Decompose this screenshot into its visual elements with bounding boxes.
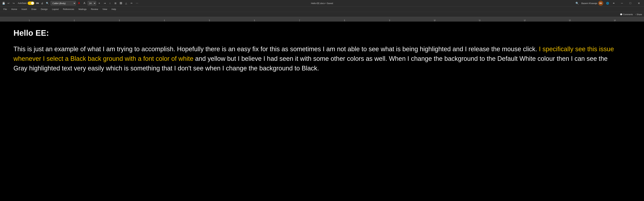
menu-home[interactable]: Home bbox=[9, 7, 19, 11]
print-icon[interactable]: 🖨 bbox=[40, 1, 44, 6]
title-bar-right: 🔍 Basem Khawaja BK 🌐 ✒ ─ □ ✕ bbox=[575, 1, 643, 6]
document-title: Hello-EE.docx • Saved bbox=[311, 2, 333, 5]
quick-access-toolbar: 💾 ↩ ↪ bbox=[1, 1, 16, 6]
comments-button[interactable]: 💬 Comments bbox=[620, 13, 633, 16]
document-area[interactable]: Hello EE: This is just an example of wha… bbox=[0, 22, 644, 201]
ruler-mark-13: 13 bbox=[547, 17, 592, 22]
paragraph-list-icon[interactable]: ≡ bbox=[97, 1, 102, 6]
autosave-state: ON bbox=[36, 2, 39, 4]
autosave-toggle-knob bbox=[31, 2, 34, 5]
title-bar-left: 💾 ↩ ↪ AutoSave ON 🖨 🔍 Calibri (Body) A A… bbox=[1, 1, 139, 6]
share-label: Share bbox=[636, 13, 642, 16]
ruler-mark-1: 1 bbox=[7, 17, 52, 22]
menu-mailings[interactable]: Mailings bbox=[76, 7, 89, 11]
minimize-button[interactable]: ─ bbox=[618, 1, 626, 6]
menu-file[interactable]: File bbox=[1, 7, 9, 11]
drawing-tools-icon[interactable]: ✏ bbox=[130, 1, 134, 6]
action-bar: 💬 Comments ↑ Share bbox=[0, 12, 644, 17]
user-name: Basem Khawaja bbox=[582, 2, 597, 5]
redo-icon[interactable]: ↪ bbox=[12, 1, 16, 6]
menu-layout[interactable]: Layout bbox=[50, 7, 60, 11]
ruler-mark-12: 12 bbox=[502, 17, 547, 22]
ruler-mark-2: 2 bbox=[52, 17, 97, 22]
indent-icon[interactable]: ⇥ bbox=[102, 1, 107, 6]
ruler-mark-5: 5 bbox=[187, 17, 232, 22]
ruler-mark-6: 6 bbox=[232, 17, 277, 22]
user-initials: BK bbox=[600, 2, 602, 4]
title-bar: 💾 ↩ ↪ AutoSave ON 🖨 🔍 Calibri (Body) A A… bbox=[0, 0, 644, 7]
comments-label: Comments bbox=[623, 13, 633, 16]
body-text-normal-1: This is just an example of what I am try… bbox=[14, 46, 539, 53]
user-avatar: BK bbox=[598, 1, 603, 6]
microsoft-store-icon[interactable]: 🌐 bbox=[605, 1, 610, 6]
ruler-mark-3: 3 bbox=[97, 17, 142, 22]
pen-icon[interactable]: ✒ bbox=[612, 1, 616, 6]
font-size-decrease-icon[interactable]: A bbox=[82, 1, 87, 6]
ruler: 1 2 3 4 5 6 7 8 9 10 11 12 13 14 bbox=[0, 17, 644, 22]
search-icon[interactable]: 🔍 bbox=[45, 1, 50, 6]
ruler-mark-9: 9 bbox=[367, 17, 412, 22]
comments-icon: 💬 bbox=[620, 13, 622, 16]
menu-view[interactable]: View bbox=[100, 7, 109, 11]
font-size-selector[interactable]: 24 bbox=[88, 1, 96, 6]
maximize-button[interactable]: □ bbox=[626, 1, 634, 6]
autosave-area: AutoSave ON bbox=[18, 2, 39, 5]
table-icon[interactable]: ⊞ bbox=[113, 1, 118, 6]
ruler-mark-8: 8 bbox=[322, 17, 367, 22]
menu-insert[interactable]: Insert bbox=[20, 7, 29, 11]
ruler-mark-7: 7 bbox=[277, 17, 322, 22]
spacing-icon[interactable]: ↕ bbox=[108, 1, 112, 6]
ruler-mark-14: 14 bbox=[592, 17, 638, 22]
undo-icon[interactable]: ↩ bbox=[6, 1, 11, 6]
autosave-label: AutoSave bbox=[18, 2, 26, 5]
ruler-mark-4: 4 bbox=[142, 17, 187, 22]
menu-help[interactable]: Help bbox=[110, 7, 118, 11]
user-area: Basem Khawaja BK bbox=[582, 1, 603, 6]
window-controls: ─ □ ✕ bbox=[618, 1, 643, 6]
menu-draw[interactable]: Draw bbox=[29, 7, 38, 11]
font-color-icon[interactable]: A bbox=[77, 1, 81, 6]
ruler-mark-10: 10 bbox=[412, 17, 457, 22]
share-button[interactable]: ↑ Share bbox=[635, 13, 642, 16]
more-icon[interactable]: ⋯ bbox=[135, 1, 139, 6]
shapes-icon[interactable]: △ bbox=[124, 1, 128, 6]
font-selector[interactable]: Calibri (Body) bbox=[51, 1, 76, 6]
autosave-toggle[interactable] bbox=[28, 2, 34, 5]
menu-review[interactable]: Review bbox=[89, 7, 100, 11]
close-button[interactable]: ✕ bbox=[635, 1, 643, 6]
ribbon-menu-bar: File Home Insert Draw Design Layout Refe… bbox=[0, 7, 644, 12]
ribbon-search-icon[interactable]: 🔍 bbox=[575, 1, 579, 6]
document-body[interactable]: This is just an example of what I am try… bbox=[14, 44, 620, 73]
save-icon[interactable]: 💾 bbox=[1, 1, 6, 6]
ruler-marks: 1 2 3 4 5 6 7 8 9 10 11 12 13 14 bbox=[7, 17, 637, 22]
menu-references[interactable]: References bbox=[61, 7, 76, 11]
share-icon: ↑ bbox=[635, 13, 636, 16]
menu-design[interactable]: Design bbox=[39, 7, 50, 11]
ruler-mark-11: 11 bbox=[457, 17, 502, 22]
picture-icon[interactable]: 🖼 bbox=[119, 1, 123, 6]
document-heading: Hello EE: bbox=[14, 28, 630, 38]
